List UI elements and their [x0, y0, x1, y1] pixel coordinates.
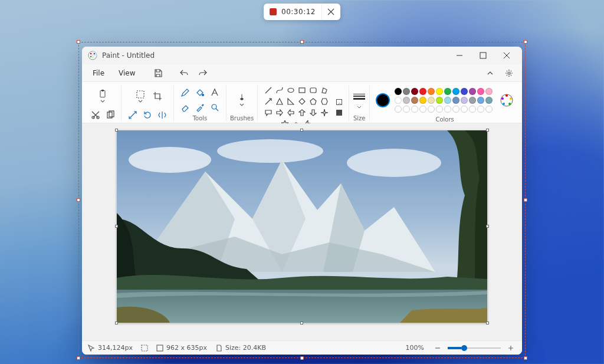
file-size: Size: 20.4KB	[215, 344, 266, 352]
shape-fill-button[interactable]	[333, 108, 345, 117]
color-picker-tool[interactable]	[193, 101, 206, 114]
svg-rect-19	[337, 110, 342, 115]
zoom-out-button[interactable]	[432, 343, 443, 353]
shape-curve[interactable]	[275, 86, 284, 95]
color-swatch[interactable]	[395, 97, 402, 104]
canvas-area[interactable]	[82, 123, 522, 340]
settings-button[interactable]	[501, 65, 517, 81]
color-swatch[interactable]	[461, 97, 468, 104]
edit-colors-button[interactable]	[500, 93, 514, 107]
color-swatch[interactable]	[419, 97, 426, 104]
window-title: Paint - Untitled	[102, 51, 155, 60]
brushes-button[interactable]	[233, 89, 251, 110]
color-swatch[interactable]	[469, 97, 476, 104]
color-swatch[interactable]	[461, 106, 468, 113]
color-swatch[interactable]	[477, 88, 484, 95]
color-swatch[interactable]	[395, 106, 402, 113]
color-swatch[interactable]	[444, 106, 451, 113]
shape-callout[interactable]	[264, 108, 273, 117]
color-swatch[interactable]	[428, 97, 435, 104]
copy-button[interactable]	[104, 109, 117, 122]
shape-diamond[interactable]	[297, 97, 307, 106]
menu-file[interactable]: File	[87, 67, 110, 79]
save-button[interactable]	[150, 65, 166, 81]
color-swatch[interactable]	[469, 106, 476, 113]
minimize-button[interactable]	[448, 47, 471, 64]
color-swatch[interactable]	[444, 88, 451, 95]
shape-triangle[interactable]	[275, 97, 284, 106]
rotate-button[interactable]	[141, 109, 154, 122]
color-swatch[interactable]	[444, 97, 451, 104]
shape-right-triangle[interactable]	[286, 97, 296, 106]
color-swatch[interactable]	[411, 97, 418, 104]
cut-button[interactable]	[89, 109, 102, 122]
color-swatch[interactable]	[436, 106, 443, 113]
undo-button[interactable]	[176, 65, 192, 81]
color-swatch[interactable]	[485, 88, 493, 95]
shape-star4[interactable]	[320, 108, 329, 117]
color-swatch[interactable]	[428, 106, 435, 113]
shape-hexagon[interactable]	[320, 97, 329, 106]
shape-outline-button[interactable]	[333, 97, 345, 107]
svg-point-3	[90, 56, 91, 57]
shape-oval[interactable]	[286, 86, 296, 95]
paste-button[interactable]	[94, 86, 111, 107]
color-swatch[interactable]	[395, 88, 402, 95]
color-swatch[interactable]	[436, 97, 443, 104]
color-swatch[interactable]	[403, 97, 410, 104]
menu-view[interactable]: View	[113, 67, 141, 79]
zoom-slider[interactable]	[432, 343, 516, 353]
shape-arrow-up[interactable]	[297, 108, 307, 117]
zoom-in-button[interactable]	[505, 343, 516, 353]
color-swatch[interactable]	[477, 97, 484, 104]
shape-pentagon[interactable]	[308, 97, 318, 106]
color-swatch[interactable]	[485, 97, 493, 104]
shape-polygon[interactable]	[320, 86, 329, 95]
close-window-button[interactable]	[495, 47, 518, 64]
color-swatch[interactable]	[477, 106, 484, 113]
fill-tool[interactable]	[193, 86, 206, 99]
shape-arrow[interactable]	[264, 97, 273, 106]
shape-arrow-right[interactable]	[275, 108, 284, 117]
group-brushes: Brushes	[226, 86, 258, 122]
size-button[interactable]	[353, 90, 366, 103]
group-shapes: Shapes	[258, 86, 349, 122]
color-swatch[interactable]	[469, 88, 476, 95]
shape-roundrect[interactable]	[308, 86, 318, 95]
current-color[interactable]	[376, 93, 390, 107]
group-clipboard: Clipboard	[84, 86, 122, 122]
color-swatch[interactable]	[403, 88, 410, 95]
color-swatch[interactable]	[452, 97, 459, 104]
color-swatch[interactable]	[419, 106, 426, 113]
flip-button[interactable]	[156, 109, 169, 122]
crop-button[interactable]	[151, 90, 164, 103]
eraser-tool[interactable]	[179, 101, 192, 114]
svg-point-2	[94, 53, 95, 54]
canvas[interactable]	[117, 130, 487, 323]
group-image: Image	[122, 86, 174, 122]
redo-button[interactable]	[195, 65, 211, 81]
text-tool[interactable]	[208, 86, 221, 99]
pencil-tool[interactable]	[179, 86, 192, 99]
color-swatch[interactable]	[428, 88, 435, 95]
color-swatch[interactable]	[436, 88, 443, 95]
color-swatch[interactable]	[411, 88, 418, 95]
maximize-button[interactable]	[471, 47, 495, 64]
resize-button[interactable]	[126, 109, 139, 122]
shape-arrow-down[interactable]	[308, 108, 318, 117]
close-recording-button[interactable]	[321, 4, 340, 20]
color-swatch[interactable]	[419, 88, 426, 95]
color-swatch[interactable]	[452, 106, 459, 113]
shape-line[interactable]	[264, 86, 273, 95]
shape-arrow-left[interactable]	[286, 108, 296, 117]
select-button[interactable]	[132, 86, 149, 107]
color-swatch[interactable]	[411, 106, 418, 113]
color-swatch[interactable]	[403, 106, 410, 113]
shape-rect[interactable]	[297, 86, 307, 95]
color-swatch[interactable]	[461, 88, 468, 95]
stop-recording-button[interactable]	[270, 8, 277, 15]
color-swatch[interactable]	[485, 106, 493, 113]
magnifier-tool[interactable]	[208, 101, 221, 114]
collapse-ribbon-button[interactable]	[482, 65, 498, 81]
color-swatch[interactable]	[452, 88, 459, 95]
